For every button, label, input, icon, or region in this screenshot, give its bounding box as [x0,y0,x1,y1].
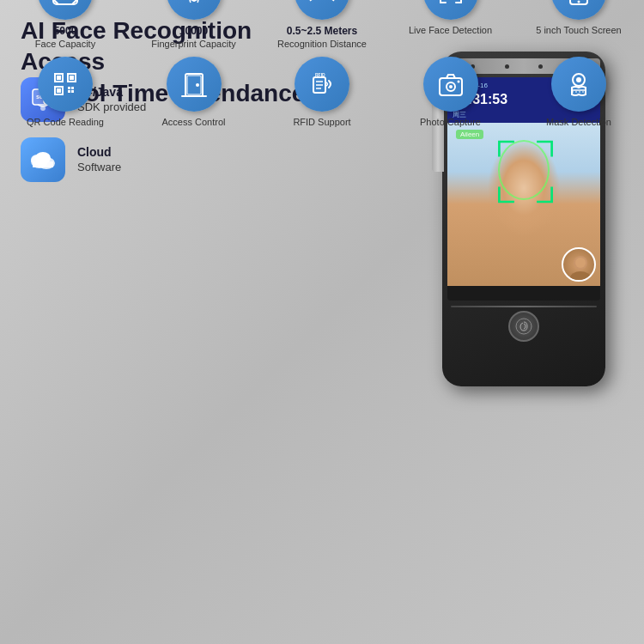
face-capacity-label: 5000 [54,25,77,39]
touch-screen-icon [551,0,606,20]
svg-rect-34 [185,74,203,96]
face-icon [50,0,81,8]
fingerprint-icon [515,318,532,335]
access-control-icon [167,57,222,112]
svg-point-45 [449,85,453,88]
cloud-icon [27,148,58,172]
qrcode-svg [50,69,81,100]
photo-capture-icon [423,57,478,112]
access-control-item: Access Control [143,57,246,128]
user-name-label: Aileen [456,130,483,139]
mask-detection-item: Mask Detection [527,57,630,128]
svg-rect-29 [57,88,61,93]
face-recognition-area: Aileen [447,123,600,286]
face-capacity-sublabel: Face Capacity [35,39,95,50]
fingerprint-capacity-item: 10000 Fingerprint Capacity [143,0,246,50]
door-svg [179,69,210,100]
cloud-icon-box [21,137,65,182]
svg-point-23 [578,1,580,3]
main-content: AI Face Recognition Access Control Time … [0,0,644,140]
mask-detection-icon [551,57,606,112]
rfid-svg: RFID [307,69,337,100]
svg-rect-32 [68,90,70,93]
svg-point-36 [196,83,199,87]
svg-text:RFID: RFID [315,72,325,77]
svg-point-13 [516,319,532,334]
svg-rect-33 [71,90,74,93]
live-face-svg [435,0,466,8]
small-profile-pic [562,247,596,282]
fingerprint-label: 10000 [179,25,208,39]
cloud-label: Cloud [77,145,121,159]
qr-code-sublabel: QR Code Reading [27,117,104,128]
device-bottom [447,301,600,347]
cloud-sublabel: Software [77,161,121,173]
recognition-distance-item: 0.5~2.5 Meters Recognition Distance [270,0,374,50]
mask-detection-sublabel: Mask Detection [546,117,611,128]
touchscreen-svg [563,0,594,8]
cloud-text: Cloud Software [77,145,121,174]
rfid-item: RFID RFID Support [270,57,374,128]
rfid-sublabel: RFID Support [293,117,350,128]
features-grid: 5000 Face Capacity 10000 Fingerprint Cap… [14,0,630,128]
distance-label: 0.5~2.5 Meters [287,25,357,39]
face-capacity-item: 5000 Face Capacity [14,0,117,50]
svg-point-46 [457,80,459,82]
recognition-distance-icon [295,0,349,20]
face-corners [495,137,556,206]
live-face-item: Live Face Detection [399,0,502,50]
photo-capture-sublabel: Photo Capture [420,117,481,128]
cloud-feature: Cloud Software [21,137,210,182]
svg-rect-31 [71,87,74,89]
mask-svg [563,69,594,100]
face-capacity-icon [38,0,93,20]
face-detection-outline [498,140,550,200]
fingerprint-svg-icon [179,0,210,8]
touch-screen-sublabel: 5 inch Touch Screen [536,25,621,36]
camera-svg [435,69,466,100]
fingerprint-button[interactable] [508,311,539,342]
fingerprint-sublabel: Fingerprint Capacity [151,39,235,50]
live-face-sublabel: Live Face Detection [409,25,492,36]
group-icon [307,0,337,8]
qr-code-item: QR Code Reading [14,57,117,128]
svg-rect-25 [57,76,61,80]
photo-capture-item: Photo Capture [399,57,502,128]
qr-code-icon [38,57,93,112]
svg-point-48 [576,77,581,82]
svg-point-12 [575,258,586,268]
live-face-icon [423,0,478,20]
rfid-icon: RFID [295,57,349,112]
fingerprint-capacity-icon [167,0,222,20]
touch-screen-item: 5 inch Touch Screen [527,0,630,50]
svg-rect-9 [33,161,53,167]
distance-sublabel: Recognition Distance [277,39,367,50]
svg-rect-27 [70,76,74,80]
access-control-sublabel: Access Control [162,117,226,128]
svg-rect-30 [68,87,70,89]
